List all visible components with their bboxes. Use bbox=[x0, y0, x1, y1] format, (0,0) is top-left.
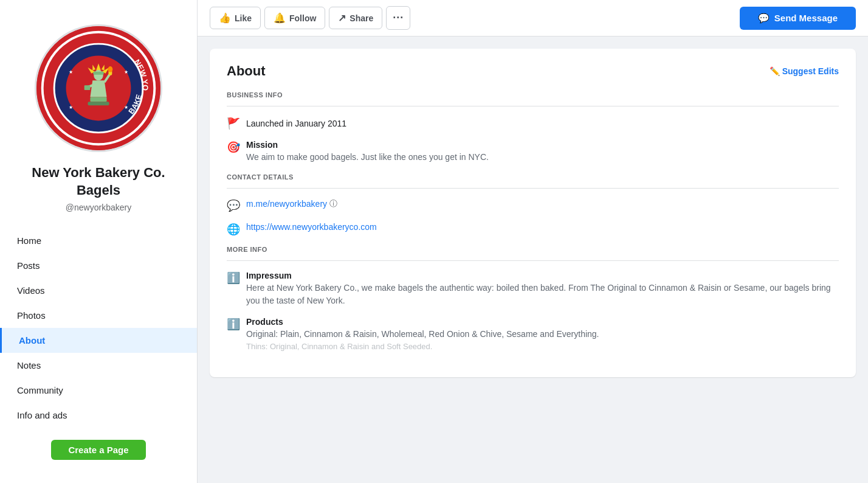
suggest-edits-link[interactable]: ✏️ Suggest Edits bbox=[770, 66, 839, 76]
svg-text:★: ★ bbox=[124, 69, 128, 75]
messenger-link-text: m.me/newyorkbakery bbox=[246, 199, 327, 209]
share-icon: ↗ bbox=[338, 12, 346, 24]
sidebar-item-posts[interactable]: Posts bbox=[0, 253, 197, 278]
about-section: About ✏️ Suggest Edits BUSINESS INFO 🚩 L… bbox=[210, 49, 856, 377]
share-label: Share bbox=[350, 13, 373, 23]
svg-rect-16 bbox=[90, 97, 106, 102]
messenger-row: 💬 m.me/newyorkbakery ⓘ bbox=[227, 198, 839, 212]
sidebar: NEW YORK BAKERY CO. ★ ★ ★ ★ bbox=[0, 0, 198, 483]
website-link-text: https://www.newyorkbakeryco.com bbox=[246, 222, 377, 232]
business-info-label: BUSINESS INFO bbox=[227, 91, 839, 99]
website-content: https://www.newyorkbakeryco.com bbox=[246, 222, 377, 232]
action-bar: 👍 Like 🔔 Follow ↗ Share ··· 💬 Send Messa… bbox=[198, 0, 868, 36]
follow-label: Follow bbox=[289, 13, 316, 23]
svg-point-9 bbox=[94, 70, 103, 80]
mission-row: 🎯 Mission We aim to make good bagels. Ju… bbox=[227, 140, 839, 164]
website-row: 🌐 https://www.newyorkbakeryco.com bbox=[227, 222, 839, 236]
more-info-label: MORE INFO bbox=[227, 246, 839, 253]
mission-icon: 🎯 bbox=[227, 141, 240, 154]
about-header: About ✏️ Suggest Edits bbox=[227, 63, 839, 79]
products-row: ℹ️ Products Original: Plain, Cinnamon & … bbox=[227, 317, 839, 353]
products-label: Products bbox=[246, 317, 599, 327]
mission-label: Mission bbox=[246, 140, 489, 150]
impressum-icon: ℹ️ bbox=[227, 271, 240, 285]
messenger-link-icon: 💬 bbox=[227, 199, 240, 212]
sidebar-item-home[interactable]: Home bbox=[0, 228, 197, 253]
main-content: 👍 Like 🔔 Follow ↗ Share ··· 💬 Send Messa… bbox=[198, 0, 868, 483]
products-icon: ℹ️ bbox=[227, 318, 240, 331]
svg-rect-15 bbox=[84, 85, 91, 90]
sidebar-item-community[interactable]: Community bbox=[0, 378, 197, 403]
like-button[interactable]: 👍 Like bbox=[210, 7, 261, 29]
sidebar-item-about[interactable]: About bbox=[0, 328, 197, 353]
svg-text:★: ★ bbox=[69, 69, 73, 75]
business-info-divider bbox=[227, 106, 839, 106]
info-icon-small: ⓘ bbox=[329, 198, 337, 209]
action-buttons: 👍 Like 🔔 Follow ↗ Share ··· bbox=[210, 6, 410, 30]
send-message-label: Send Message bbox=[774, 13, 838, 23]
launched-row: 🚩 Launched in January 2011 bbox=[227, 116, 839, 130]
follow-icon: 🔔 bbox=[274, 12, 286, 24]
contact-divider bbox=[227, 188, 839, 189]
launched-text: Launched in January 2011 bbox=[246, 119, 346, 128]
impressum-text: Here at New York Bakery Co., we make bag… bbox=[246, 282, 839, 307]
messenger-link[interactable]: m.me/newyorkbakery ⓘ bbox=[246, 198, 337, 209]
mission-text: We aim to make good bagels. Just like th… bbox=[246, 151, 489, 164]
impressum-row: ℹ️ Impressum Here at New York Bakery Co.… bbox=[227, 271, 839, 307]
pencil-icon: ✏️ bbox=[770, 66, 780, 76]
sidebar-item-videos[interactable]: Videos bbox=[0, 278, 197, 303]
svg-text:★: ★ bbox=[124, 105, 128, 110]
more-options-button[interactable]: ··· bbox=[386, 6, 410, 30]
messenger-link-content: m.me/newyorkbakery ⓘ bbox=[246, 198, 337, 209]
page-name: New York Bakery Co. Bagels bbox=[0, 164, 197, 199]
svg-text:★: ★ bbox=[69, 105, 73, 110]
website-link[interactable]: https://www.newyorkbakeryco.com bbox=[246, 222, 377, 232]
contact-details-label: CONTACT DETAILS bbox=[227, 173, 839, 181]
products-text: Original: Plain, Cinnamon & Raisin, Whol… bbox=[246, 328, 599, 341]
create-page-button[interactable]: Create a Page bbox=[51, 440, 145, 460]
more-label: ··· bbox=[393, 12, 404, 24]
mission-content: Mission We aim to make good bagels. Just… bbox=[246, 140, 489, 164]
send-message-button[interactable]: 💬 Send Message bbox=[740, 7, 856, 30]
page-handle: @newyorkbakery bbox=[66, 203, 131, 212]
follow-button[interactable]: 🔔 Follow bbox=[264, 7, 325, 29]
sidebar-item-notes[interactable]: Notes bbox=[0, 353, 197, 378]
svg-point-13 bbox=[108, 66, 113, 72]
products-thins-text: Thins: Original, Cinnamon & Raisin and S… bbox=[246, 341, 599, 353]
page-logo: NEW YORK BAKERY CO. ★ ★ ★ ★ bbox=[35, 24, 162, 152]
globe-icon: 🌐 bbox=[227, 223, 240, 236]
impressum-content: Impressum Here at New York Bakery Co., w… bbox=[246, 271, 839, 307]
more-info-divider bbox=[227, 260, 839, 261]
share-button[interactable]: ↗ Share bbox=[329, 7, 382, 29]
like-label: Like bbox=[235, 13, 252, 23]
about-title: About bbox=[227, 63, 266, 79]
sidebar-item-info-and-ads[interactable]: Info and ads bbox=[0, 403, 197, 428]
sidebar-item-photos[interactable]: Photos bbox=[0, 303, 197, 328]
svg-rect-10 bbox=[93, 72, 103, 75]
sidebar-nav: Home Posts Videos Photos About Notes Com… bbox=[0, 228, 197, 428]
products-content: Products Original: Plain, Cinnamon & Rai… bbox=[246, 317, 599, 353]
messenger-icon: 💬 bbox=[758, 13, 770, 24]
suggest-edits-label: Suggest Edits bbox=[782, 66, 839, 76]
impressum-label: Impressum bbox=[246, 271, 839, 280]
like-icon: 👍 bbox=[219, 12, 231, 24]
svg-rect-17 bbox=[88, 102, 109, 105]
flag-icon: 🚩 bbox=[227, 117, 240, 130]
